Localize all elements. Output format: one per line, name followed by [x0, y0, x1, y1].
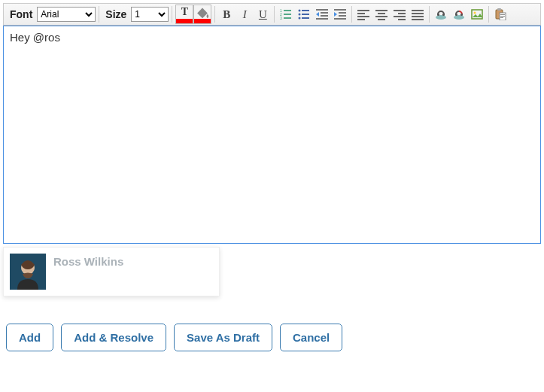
svg-rect-12 [316, 9, 328, 11]
svg-rect-11 [302, 17, 309, 19]
toolbar-separator [488, 6, 489, 23]
image-icon [471, 8, 483, 20]
svg-rect-24 [375, 10, 387, 11]
svg-rect-18 [339, 15, 346, 17]
align-right-button[interactable] [391, 6, 408, 23]
avatar [10, 254, 46, 290]
italic-button[interactable]: I [236, 6, 253, 23]
svg-rect-38 [442, 14, 445, 16]
unlink-icon [453, 8, 465, 20]
bold-button[interactable]: B [218, 6, 235, 23]
underline-icon: U [259, 8, 267, 21]
align-justify-icon [412, 8, 424, 20]
svg-rect-15 [316, 18, 328, 20]
toolbar-separator [351, 6, 352, 23]
image-button[interactable] [469, 6, 485, 23]
svg-rect-49 [500, 17, 503, 18]
action-bar: Add Add & Resolve Save As Draft Cancel [3, 324, 541, 356]
svg-rect-3 [284, 14, 291, 15]
svg-rect-25 [378, 13, 385, 14]
align-center-button[interactable] [373, 6, 390, 23]
size-label: Size [102, 8, 129, 20]
save-draft-button[interactable]: Save As Draft [174, 324, 272, 351]
toolbar-separator [99, 6, 99, 23]
toolbar-separator [172, 6, 172, 23]
align-left-button[interactable] [355, 6, 372, 23]
svg-rect-41 [460, 14, 463, 16]
svg-rect-7 [302, 10, 309, 11]
link-icon [435, 8, 447, 20]
svg-rect-9 [302, 14, 309, 15]
svg-rect-32 [412, 10, 424, 11]
add-resolve-button[interactable]: Add & Resolve [61, 324, 166, 351]
svg-rect-40 [455, 14, 457, 16]
align-left-icon [357, 8, 369, 20]
mention-suggestion-name: Ross Wilkins [53, 255, 123, 268]
svg-rect-29 [398, 13, 406, 14]
cancel-button[interactable]: Cancel [280, 324, 342, 351]
svg-rect-35 [412, 19, 424, 20]
unordered-list-icon [298, 8, 310, 20]
svg-rect-30 [394, 16, 406, 17]
svg-rect-17 [339, 12, 346, 14]
outdent-button[interactable] [314, 6, 330, 23]
unlink-button[interactable] [451, 6, 467, 23]
svg-rect-28 [394, 10, 406, 11]
add-button[interactable]: Add [6, 324, 53, 351]
paste-icon [494, 8, 506, 20]
align-center-icon [375, 8, 387, 20]
align-justify-button[interactable] [409, 6, 426, 23]
svg-rect-20 [357, 10, 369, 11]
svg-point-6 [299, 10, 301, 12]
svg-rect-48 [500, 16, 505, 17]
svg-point-43 [474, 12, 476, 14]
bg-color-button[interactable] [193, 5, 211, 24]
toolbar-separator [429, 6, 430, 23]
svg-text:3: 3 [280, 16, 282, 20]
italic-icon: I [243, 8, 247, 21]
editor-textarea[interactable]: Hey @ros [3, 26, 541, 244]
svg-rect-37 [437, 14, 439, 16]
indent-icon [334, 8, 346, 20]
svg-rect-26 [375, 16, 387, 17]
svg-rect-19 [334, 18, 346, 20]
svg-rect-13 [321, 12, 328, 14]
svg-rect-33 [412, 13, 424, 14]
bg-color-swatch [194, 19, 211, 23]
editor-toolbar: Font Arial Size 1 T B I U 1 2 3 [3, 3, 541, 26]
svg-rect-42 [472, 10, 482, 19]
svg-rect-16 [334, 9, 346, 11]
svg-rect-45 [497, 8, 501, 11]
indent-button[interactable] [332, 6, 348, 23]
svg-rect-22 [357, 16, 369, 17]
outdent-icon [316, 8, 328, 20]
svg-point-8 [299, 14, 301, 16]
mention-suggestion-item[interactable]: Ross Wilkins [10, 254, 213, 290]
toolbar-separator [214, 6, 215, 23]
align-right-icon [394, 8, 406, 20]
paste-button[interactable] [492, 6, 509, 23]
svg-rect-23 [357, 19, 365, 20]
svg-point-10 [299, 17, 301, 20]
svg-point-39 [454, 15, 464, 20]
link-button[interactable] [433, 6, 449, 23]
svg-rect-1 [284, 10, 291, 11]
text-color-icon: T [181, 6, 188, 18]
ordered-list-button[interactable]: 1 2 3 [278, 6, 294, 23]
fill-icon [194, 4, 211, 20]
bold-icon: B [223, 8, 230, 21]
font-select[interactable]: Arial [37, 7, 96, 22]
svg-rect-34 [412, 16, 424, 17]
svg-rect-5 [284, 17, 291, 19]
mention-suggestion-popup: Ross Wilkins [3, 247, 220, 296]
text-color-swatch [176, 19, 193, 23]
svg-rect-21 [357, 13, 365, 14]
ordered-list-icon: 1 2 3 [280, 8, 292, 20]
toolbar-separator [274, 6, 275, 23]
svg-point-36 [436, 15, 446, 20]
unordered-list-button[interactable] [296, 6, 312, 23]
text-color-button[interactable]: T [175, 5, 193, 24]
svg-rect-47 [500, 14, 505, 15]
size-select[interactable]: 1 [131, 7, 169, 22]
underline-button[interactable]: U [254, 6, 271, 23]
